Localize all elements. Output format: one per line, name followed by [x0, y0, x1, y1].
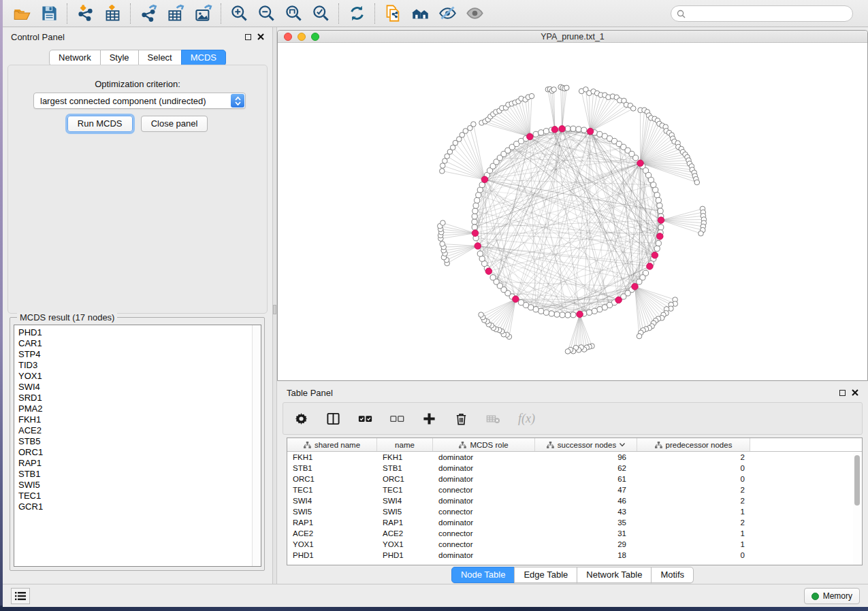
network-leaf-node[interactable] [471, 122, 477, 127]
network-node[interactable] [657, 203, 662, 208]
network-node[interactable] [658, 225, 664, 230]
network-leaf-node[interactable] [440, 169, 445, 174]
network-node[interactable] [565, 312, 570, 318]
table-row[interactable]: PHD1PHD1dominator180 [287, 550, 862, 561]
tab-motifs[interactable]: Motifs [651, 567, 694, 583]
run-mcds-button[interactable]: Run MCDS [67, 116, 133, 132]
tab-node-table[interactable]: Node Table [451, 567, 515, 583]
float-panel-icon[interactable] [245, 34, 251, 40]
network-node[interactable] [539, 308, 544, 314]
table-row[interactable]: SWI5SWI5connector431 [287, 506, 862, 517]
network-node[interactable] [472, 208, 478, 214]
splitter-grip[interactable] [273, 305, 276, 314]
network-node[interactable] [560, 312, 565, 318]
network-node[interactable] [472, 219, 477, 225]
mcds-result-item[interactable]: TID3 [18, 360, 261, 371]
network-hub-node[interactable] [472, 230, 479, 237]
column-header-MCDS-role[interactable]: MCDS role [433, 438, 535, 451]
memory-button[interactable]: Memory [804, 588, 860, 604]
network-leaf-node[interactable] [479, 312, 484, 318]
node-table[interactable]: shared namenameMCDS rolesuccessor nodesp… [287, 437, 863, 565]
result-list-scrollbar[interactable] [252, 325, 261, 566]
network-node[interactable] [637, 279, 642, 284]
network-node[interactable] [654, 246, 660, 251]
network-node[interactable] [476, 193, 481, 198]
network-hub-node[interactable] [587, 128, 594, 135]
table-row[interactable]: RAP1RAP1dominator352 [287, 517, 862, 528]
mcds-result-list[interactable]: PHD1CAR1STP4TID3YOX1SWI4SRD1PMA2FKH1ACE2… [14, 325, 261, 567]
mcds-result-item[interactable]: ACE2 [18, 425, 261, 436]
deselect-all-rows-icon[interactable] [390, 412, 404, 426]
mcds-result-item[interactable]: ORC1 [18, 447, 261, 458]
network-node[interactable] [475, 197, 480, 203]
network-node[interactable] [539, 130, 544, 135]
mcds-result-item[interactable]: STP4 [18, 349, 261, 360]
network-hub-node[interactable] [527, 133, 534, 140]
tab-network-table[interactable]: Network Table [577, 567, 652, 583]
mcds-result-item[interactable]: RAP1 [18, 458, 261, 469]
export-network-icon[interactable] [135, 2, 162, 25]
network-node[interactable] [565, 126, 570, 131]
show-all-icon[interactable] [461, 2, 488, 25]
table-row[interactable]: ACE2ACE2connector311 [287, 528, 862, 539]
criterion-dropdown[interactable]: largest connected component (undirected) [33, 93, 246, 109]
mcds-result-item[interactable]: FKH1 [18, 414, 261, 425]
mcds-result-item[interactable]: SRD1 [18, 393, 261, 403]
mcds-result-item[interactable]: YOX1 [18, 371, 261, 382]
close-table-panel-icon[interactable] [852, 389, 858, 396]
mcds-result-item[interactable]: CAR1 [18, 338, 261, 349]
network-node[interactable] [472, 214, 477, 219]
network-node[interactable] [477, 251, 483, 257]
mcds-result-item[interactable]: SWI4 [18, 382, 261, 393]
float-table-panel-icon[interactable] [839, 390, 846, 396]
refresh-icon[interactable] [343, 2, 370, 25]
tab-edge-table[interactable]: Edge Table [514, 567, 577, 583]
network-node[interactable] [656, 197, 661, 203]
import-table-icon[interactable] [99, 2, 126, 25]
network-node[interactable] [533, 131, 539, 137]
network-leaf-node[interactable] [637, 333, 642, 339]
mcds-result-item[interactable]: STB5 [18, 436, 261, 447]
network-hub-node[interactable] [481, 176, 488, 183]
network-leaf-node[interactable] [440, 163, 445, 169]
network-node[interactable] [587, 310, 592, 315]
network-node[interactable] [633, 155, 639, 161]
network-hub-node[interactable] [551, 127, 558, 133]
zoom-in-icon[interactable] [225, 2, 253, 25]
network-node[interactable] [473, 203, 479, 208]
create-column-plus-icon[interactable] [422, 412, 436, 426]
search-input[interactable] [689, 9, 847, 18]
network-leaf-node[interactable] [698, 231, 704, 236]
select-all-rows-icon[interactable] [358, 412, 372, 426]
network-node[interactable] [654, 193, 660, 198]
mcds-result-item[interactable]: TEC1 [18, 491, 261, 501]
export-table-icon[interactable] [162, 2, 189, 25]
close-panel-button[interactable]: Close panel [141, 116, 208, 132]
network-hub-node[interactable] [658, 217, 664, 224]
network-node[interactable] [576, 127, 581, 132]
network-node[interactable] [658, 208, 663, 214]
table-row[interactable]: SWI4SWI4dominator462 [287, 495, 862, 506]
network-node[interactable] [490, 275, 496, 280]
table-settings-gear-icon[interactable] [294, 412, 308, 426]
search-field[interactable] [671, 5, 853, 22]
network-hub-node[interactable] [615, 297, 622, 303]
table-scrollbar[interactable] [853, 452, 861, 565]
mcds-result-item[interactable]: PHD1 [18, 327, 261, 338]
table-scrollbar-thumb[interactable] [854, 455, 860, 506]
network-hub-node[interactable] [513, 296, 519, 303]
network-hub-node[interactable] [637, 160, 644, 167]
network-node[interactable] [543, 129, 549, 134]
table-row[interactable]: TEC1TEC1connector472 [287, 484, 862, 495]
network-hub-node[interactable] [559, 126, 566, 133]
network-hub-node[interactable] [657, 233, 664, 240]
column-header-successor-nodes[interactable]: successor nodes [535, 438, 637, 451]
network-leaf-node[interactable] [565, 349, 570, 354]
vertical-splitter[interactable] [272, 27, 277, 584]
network-node[interactable] [592, 308, 597, 314]
export-image-icon[interactable] [189, 2, 216, 25]
network-node[interactable] [581, 127, 587, 133]
network-leaf-node[interactable] [564, 85, 570, 90]
tab-network[interactable]: Network [49, 50, 101, 66]
network-leaf-node[interactable] [630, 106, 636, 112]
